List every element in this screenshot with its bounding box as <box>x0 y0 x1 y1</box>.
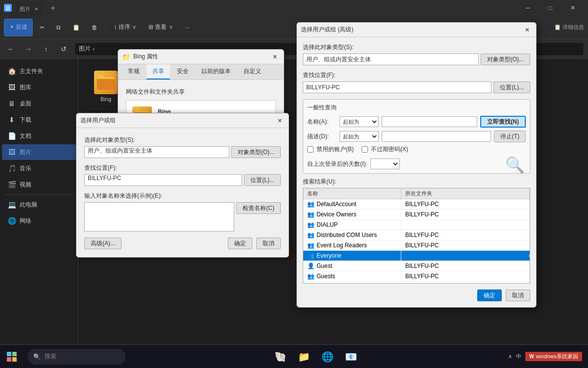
copy-button[interactable]: ⧉ <box>51 19 66 36</box>
sidebar-item-desktop[interactable]: 🖥 桌面 <box>2 96 76 111</box>
taskbar-up-arrow[interactable]: ∧ <box>508 353 512 360</box>
forward-btn[interactable]: → <box>22 42 35 56</box>
name-query-input[interactable] <box>382 116 477 127</box>
delete-button[interactable]: 🗑 <box>87 19 102 36</box>
minimize-btn[interactable]: ─ <box>516 0 539 16</box>
days-select[interactable] <box>370 158 400 169</box>
sidebar-item-pictures[interactable]: 🖼 图片 <box>2 144 76 160</box>
tab-previous[interactable]: 以前的版本 <box>196 64 237 79</box>
name-input-group: 检查名称(C) <box>84 202 281 232</box>
object-type-input: 用户、组或内置安全主体 <box>84 146 229 158</box>
more-button[interactable]: ··· <box>180 19 195 36</box>
cut-button[interactable]: ✂ <box>35 19 49 36</box>
ok-btn-small[interactable]: 确定 <box>228 237 252 249</box>
result-list[interactable]: 名称 所在文件夹 👥 DefaultAccount BILLYFU-PC 👥 D… <box>303 188 530 284</box>
tab-normal[interactable]: 常规 <box>122 64 146 79</box>
start-button[interactable] <box>0 345 24 368</box>
table-row[interactable]: 👥 Distributed COM Users BILLYFU-PC <box>303 230 530 240</box>
taskbar-app-3[interactable]: 🌐 <box>317 346 339 368</box>
sidebar-item-gallery[interactable]: 🖼 图库 <box>2 79 76 95</box>
sort-button[interactable]: ↕ 排序 ∨ <box>109 19 142 36</box>
search-now-btn[interactable]: 立即查找(N) <box>480 116 526 128</box>
taskbar-search-label: 搜索 <box>45 352 56 361</box>
videos-icon: 🎬 <box>8 181 16 188</box>
user-large-dialog-titlebar: 选择用户或组 (高级) ✕ <box>297 23 536 37</box>
user-large-dialog-close[interactable]: ✕ <box>522 25 532 35</box>
new-button[interactable]: ✦ 新建 <box>4 19 33 36</box>
sidebar-item-documents[interactable]: 📄 文档 <box>2 128 76 144</box>
up-btn[interactable]: ↑ <box>39 42 53 56</box>
taskbar-app-1[interactable]: 🐚 <box>270 346 292 368</box>
maximize-btn[interactable]: □ <box>539 0 562 16</box>
row-icon-8: 👥 <box>307 283 315 284</box>
location-btn-small[interactable]: 位置(L)... <box>244 174 281 186</box>
row-name-5: Everyone <box>317 252 342 259</box>
row-icon-1: 👥 <box>307 211 315 218</box>
sidebar-item-music[interactable]: 🎵 音乐 <box>2 160 76 176</box>
name-query-row: 名称(A): 起始为 立即查找(N) <box>307 116 526 128</box>
table-row[interactable]: 👤 Guest BILLYFU-PC <box>303 261 530 271</box>
row-name-1: Device Owners <box>317 211 356 218</box>
check-names-btn[interactable]: 检查名称(C) <box>236 202 281 214</box>
name-textarea[interactable] <box>84 202 234 232</box>
sidebar-item-computer[interactable]: 💻 此电脑 <box>2 197 76 212</box>
sidebar-item-downloads[interactable]: ⬇ 下载 <box>2 112 76 128</box>
row-name-3: Distributed COM Users <box>317 232 377 238</box>
taskbar-app-4[interactable]: 📧 <box>341 346 362 368</box>
table-row[interactable]: 👥 DefaultAccount BILLYFU-PC <box>303 199 530 210</box>
days-label: 自上次登录后的天数(I): <box>307 160 368 168</box>
name-condition-select[interactable]: 起始为 <box>340 116 379 127</box>
table-row[interactable]: 👥 Device Owners BILLYFU-PC <box>303 210 530 220</box>
cancel-btn-small[interactable]: 取消 <box>256 237 281 249</box>
documents-icon: 📄 <box>8 132 16 140</box>
col-name-header: 名称 <box>303 188 401 199</box>
sidebar-item-computer-label: 此电脑 <box>20 201 37 209</box>
sidebar-item-home-label: 主文件夹 <box>20 67 43 76</box>
desc-condition-select[interactable]: 起始为 <box>340 131 379 142</box>
tab-close-btn[interactable]: ✕ <box>34 6 38 12</box>
tab-security[interactable]: 安全 <box>171 64 195 79</box>
table-row[interactable]: 👥 Guests BILLYFU-PC <box>303 271 530 282</box>
large-ok-btn[interactable]: 确定 <box>477 289 502 301</box>
refresh-btn[interactable]: ↺ <box>57 42 71 56</box>
sidebar-item-videos[interactable]: 🎬 视频 <box>2 177 76 192</box>
desc-query-input[interactable] <box>382 131 491 142</box>
bing-dialog-icon: 📁 <box>122 53 130 61</box>
tab-share[interactable]: 共享 <box>147 64 170 79</box>
stop-btn[interactable]: 停止(T) <box>494 131 526 142</box>
large-cancel-btn[interactable]: 取消 <box>506 289 530 301</box>
tab-new-btn[interactable]: ＋ <box>46 3 60 13</box>
taskbar-search[interactable]: 🔍 搜索 <box>27 349 125 365</box>
table-row[interactable]: 👥 Everyone <box>303 251 530 261</box>
large-location-btn[interactable]: 位置(L)... <box>493 81 530 93</box>
table-row[interactable]: 👥 DIALUP <box>303 220 530 230</box>
tab-customize[interactable]: 自定义 <box>238 64 267 79</box>
paste-button[interactable]: 📋 <box>68 19 85 36</box>
svg-rect-1 <box>12 352 17 356</box>
disabled-account-label: 禁用的账户(B) <box>317 145 354 154</box>
large-object-type-btn[interactable]: 对象类型(O)... <box>481 53 530 65</box>
object-type-btn[interactable]: 对象类型(O)... <box>231 146 281 158</box>
table-row[interactable]: 👥 Event Log Readers BILLYFU-PC <box>303 240 530 251</box>
no-expire-label: 不过期密码(X) <box>371 145 408 154</box>
sidebar-item-home[interactable]: 🏠 主文件夹 <box>2 63 76 79</box>
taskbar-app-2[interactable]: 📁 <box>294 346 315 368</box>
no-expire-row: 不过期密码(X) <box>362 145 408 154</box>
user-large-dialog-body: 选择此对象类型(S): 用户、组或内置安全主体 对象类型(O)... 查找位置(… <box>297 37 536 307</box>
taskbar-time: 中 <box>516 353 521 360</box>
advanced-btn-small[interactable]: 高级(A)... <box>84 237 122 249</box>
table-row[interactable]: 👥 Hyper-V Administrators BILLYFU-PC <box>303 282 530 284</box>
close-btn[interactable]: ✕ <box>562 0 584 16</box>
bing-dialog-close[interactable]: ✕ <box>270 52 280 62</box>
sidebar-item-network[interactable]: 🌐 网络 <box>2 213 76 229</box>
large-location-label: 查找位置(F): <box>303 71 530 79</box>
no-expire-checkbox[interactable] <box>362 146 368 153</box>
results-section: 搜索结果(U): <box>303 178 530 186</box>
disabled-account-checkbox[interactable] <box>307 146 314 153</box>
row-name-2: DIALUP <box>317 221 338 228</box>
row-icon-0: 👥 <box>307 201 315 208</box>
row-folder-5 <box>401 254 530 257</box>
user-small-dialog-close[interactable]: ✕ <box>275 116 285 126</box>
back-btn[interactable]: ← <box>4 42 18 56</box>
view-button[interactable]: ⊞ 查看 ∨ <box>144 19 178 36</box>
